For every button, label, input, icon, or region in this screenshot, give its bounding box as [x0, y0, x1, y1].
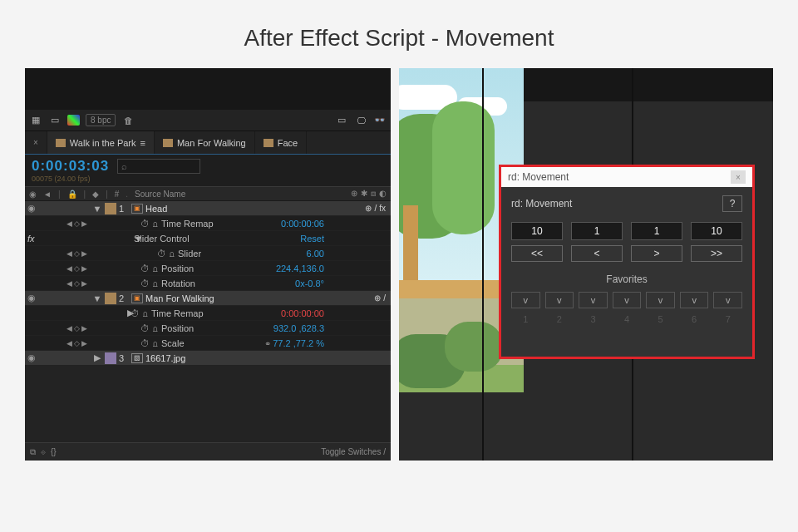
- graph-icon[interactable]: ⩍: [153, 323, 158, 333]
- window-titlebar[interactable]: rd: Movement ×: [501, 167, 752, 187]
- prev-kf-icon[interactable]: ◀: [66, 279, 72, 288]
- switch[interactable]: /: [383, 293, 386, 303]
- link-icon[interactable]: ⚭: [264, 339, 271, 348]
- prop-row-position-2[interactable]: ◀◇▶ ⏱ ⩍ Position 932.0 ,628.3: [25, 321, 391, 336]
- layer-row-16617[interactable]: ◉ ▶ 3 ▧ 16617.jpg: [25, 351, 391, 366]
- next-button[interactable]: >: [631, 245, 682, 262]
- switch[interactable]: ⊕: [365, 204, 372, 213]
- eye-icon[interactable]: 👓: [373, 115, 387, 126]
- next-kf-icon[interactable]: ▶: [81, 249, 87, 258]
- bpc-toggle[interactable]: 8 bpc: [86, 114, 116, 126]
- prop-row-time-remap-2[interactable]: ▶ ⏱ ⩍ Time Remap 0:00:00:00: [25, 306, 391, 321]
- close-icon[interactable]: ×: [731, 170, 746, 184]
- prop-row-slider-control[interactable]: fx ▼ Slider Control Reset: [25, 231, 391, 246]
- visibility-toggle[interactable]: ◉: [27, 352, 36, 363]
- stopwatch-icon[interactable]: ⏱: [140, 219, 150, 229]
- prop-value[interactable]: 0x-0.8°: [295, 278, 391, 288]
- kf-diamond-icon[interactable]: ◇: [74, 264, 80, 273]
- tab-menu-icon[interactable]: ≡: [140, 138, 145, 148]
- prop-value[interactable]: 0:00:00:06: [281, 219, 391, 229]
- favorite-slot-2[interactable]: v: [545, 292, 574, 308]
- stopwatch-icon[interactable]: ⏱: [157, 249, 167, 259]
- prop-value[interactable]: 932.0 ,628.3: [273, 323, 391, 333]
- brace-icon[interactable]: {}: [51, 447, 57, 456]
- prop-value[interactable]: 0:00:00:00: [281, 308, 391, 318]
- favorite-slot-3[interactable]: v: [579, 292, 608, 308]
- prev-kf-icon[interactable]: ◀: [66, 219, 72, 228]
- twirl-icon[interactable]: ▼: [92, 234, 134, 244]
- step-input-c[interactable]: 1: [631, 222, 682, 240]
- expand-icon[interactable]: ▭: [335, 115, 348, 126]
- layer-row-man-for-walking[interactable]: ◉ ▼ 2 ▣ Man For Walking ⊕ /: [25, 291, 391, 306]
- layer-name[interactable]: Head: [145, 204, 167, 214]
- graph-icon[interactable]: ⩍: [153, 338, 158, 348]
- rewind-button[interactable]: <<: [511, 245, 563, 262]
- favorite-slot-5[interactable]: v: [646, 292, 675, 308]
- stopwatch-icon[interactable]: ⏱: [140, 278, 150, 288]
- layer-name[interactable]: 16617.jpg: [145, 353, 185, 363]
- prev-kf-icon[interactable]: ◀: [66, 249, 72, 258]
- prop-value[interactable]: 6.00: [307, 249, 391, 259]
- visibility-toggle[interactable]: ◉: [27, 293, 36, 303]
- layer-row-head[interactable]: ◉ ▼ 1 ▣ Head ⊕ / fx: [25, 201, 391, 216]
- prop-row-time-remap[interactable]: ◀◇▶ ⏱ ⩍ Time Remap 0:00:00:06: [25, 216, 391, 231]
- step-input-b[interactable]: 1: [571, 222, 623, 240]
- next-kf-icon[interactable]: ▶: [81, 339, 87, 347]
- prev-kf-icon[interactable]: ◀: [66, 264, 72, 273]
- graph-icon[interactable]: ⩍: [170, 249, 175, 259]
- graph-icon[interactable]: ⩍: [153, 278, 158, 288]
- next-kf-icon[interactable]: ▶: [81, 279, 87, 288]
- monitor-icon[interactable]: 🖵: [354, 115, 367, 126]
- kf-diamond-icon[interactable]: ◇: [74, 219, 80, 228]
- favorite-slot-4[interactable]: v: [613, 292, 642, 308]
- source-name-header[interactable]: Source Name: [135, 190, 185, 199]
- prop-row-scale[interactable]: ◀◇▶ ⏱ ⩍ Scale ⚭77.2 ,77.2 %: [25, 336, 391, 351]
- kf-diamond-icon[interactable]: ◇: [74, 324, 80, 332]
- prop-row-rotation[interactable]: ◀◇▶ ⏱ ⩍ Rotation 0x-0.8°: [25, 276, 391, 291]
- prev-kf-icon[interactable]: ◀: [66, 324, 72, 332]
- prev-kf-icon[interactable]: ◀: [66, 339, 72, 347]
- kf-diamond-icon[interactable]: ◇: [74, 279, 80, 288]
- help-button[interactable]: ?: [722, 195, 742, 212]
- prop-value[interactable]: ⚭77.2 ,77.2 %: [264, 338, 391, 348]
- tab-walk-in-the-park[interactable]: Walk in the Park ≡: [47, 131, 155, 154]
- twirl-icon[interactable]: ▶: [92, 352, 102, 363]
- trash-icon[interactable]: 🗑: [121, 115, 135, 126]
- kf-diamond-icon[interactable]: ◇: [74, 339, 80, 347]
- label-color[interactable]: [105, 203, 116, 214]
- next-kf-icon[interactable]: ▶: [81, 324, 87, 332]
- switch[interactable]: /: [374, 204, 377, 213]
- grid-icon[interactable]: ▦: [29, 115, 42, 126]
- prev-button[interactable]: <: [571, 245, 623, 262]
- twirl-icon[interactable]: ▼: [92, 293, 102, 303]
- render-queue-icon[interactable]: ⧉: [30, 447, 36, 457]
- label-color[interactable]: [105, 293, 116, 304]
- search-input[interactable]: ⌕: [117, 159, 200, 174]
- folder-icon[interactable]: ▭: [48, 115, 62, 126]
- stopwatch-icon[interactable]: ⏱: [140, 323, 150, 333]
- graph-icon[interactable]: ⩍: [153, 264, 158, 273]
- step-input-d[interactable]: 10: [691, 222, 742, 240]
- step-input-a[interactable]: 10: [511, 222, 563, 240]
- favorite-slot-6[interactable]: v: [680, 292, 709, 308]
- stopwatch-icon[interactable]: ⏱: [131, 308, 140, 318]
- prop-row-position[interactable]: ◀◇▶ ⏱ ⩍ Position 224.4,136.0: [25, 261, 391, 276]
- stopwatch-icon[interactable]: ⏱: [140, 264, 150, 273]
- favorite-slot-7[interactable]: v: [713, 292, 742, 308]
- graph-icon[interactable]: ⩍: [153, 219, 158, 229]
- comp-icon[interactable]: [67, 115, 80, 126]
- next-kf-icon[interactable]: ▶: [81, 219, 87, 228]
- next-kf-icon[interactable]: ▶: [81, 264, 87, 273]
- label-color[interactable]: [105, 352, 116, 364]
- kf-diamond-icon[interactable]: ◇: [74, 249, 80, 258]
- layer-name[interactable]: Man For Walking: [145, 293, 214, 303]
- graph-icon[interactable]: ⩍: [143, 308, 148, 318]
- tab-man-for-walking[interactable]: Man For Walking: [155, 131, 255, 154]
- favorite-slot-1[interactable]: v: [511, 292, 540, 308]
- stopwatch-icon[interactable]: ⏱: [140, 338, 150, 348]
- reset-link[interactable]: Reset: [300, 234, 391, 244]
- twirl-icon[interactable]: ▼: [92, 204, 102, 214]
- current-timecode[interactable]: 0:00:03:03: [32, 158, 109, 175]
- tab-close-x[interactable]: ×: [25, 131, 47, 154]
- switch[interactable]: ⊕: [374, 293, 381, 303]
